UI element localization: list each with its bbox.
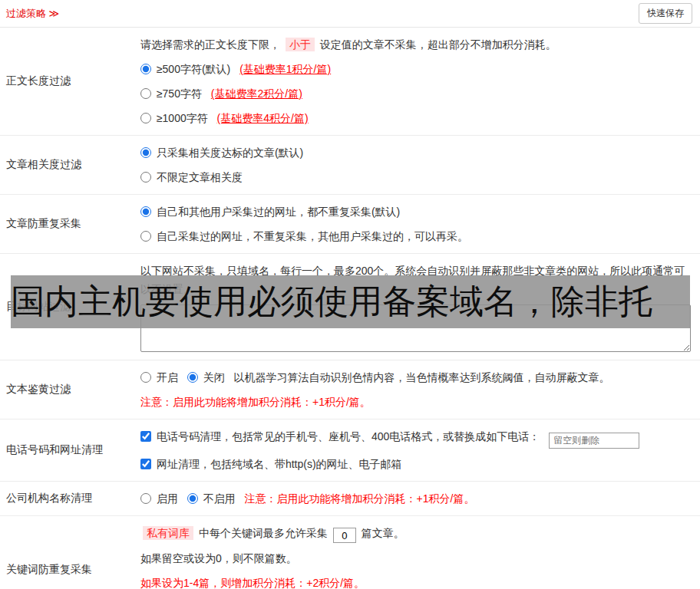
relevance-option-strict-radio[interactable] (140, 147, 151, 158)
porn-filter-option-off[interactable]: 关闭 (187, 371, 228, 383)
notice-overlay-banner: 国内主机要使用必须使用备案域名，除非托 (11, 275, 690, 328)
dedupe-option-self-label: 自己采集过的网址，不重复采集，其他用户采集过的，可以再采。 (157, 230, 468, 242)
length-option-1000-radio[interactable] (140, 113, 151, 123)
dedupe-option-all[interactable]: 自己和其他用户采集过的网址，都不重复采集(默认) (140, 206, 400, 218)
length-option-750[interactable]: ≥750字符 (140, 87, 205, 100)
length-option-750-note: (基础费率2积分/篇) (211, 87, 302, 100)
phone-clean-label: 电话号码清理，包括常见的手机号、座机号、400电话格式，或替换成如下电话： (157, 430, 540, 443)
length-option-750-label: ≥750字符 (157, 87, 202, 100)
url-clean-option[interactable]: 网址清理，包括纯域名、带http(s)的网址、电子邮箱 (140, 458, 402, 470)
length-option-500-label: ≥500字符(默认) (157, 63, 230, 75)
section-length-content: 请选择需求的正文长度下限， 小于 设定值的文章不采集，超出部分不增加积分消耗。 … (140, 28, 700, 135)
section-phone-url-clean: 电话号码和网址清理 电话号码清理，包括常见的手机号、座机号、400电话格式，或替… (0, 420, 700, 482)
length-option-1000-note: (基础费率4积分/篇) (217, 112, 309, 124)
company-clean-off-label: 不启用 (203, 492, 236, 505)
keyword-limit-line: 私有词库 中每个关键词最多允许采集 篇文章。 (140, 524, 691, 544)
length-intro-post: 设定值的文章不采集，超出部分不增加积分消耗。 (320, 38, 556, 51)
phone-clean-option[interactable]: 电话号码清理，包括常见的手机号、座机号、400电话格式，或替换成如下电话： (140, 430, 543, 443)
phone-clean-checkbox[interactable] (140, 431, 151, 442)
section-relevance-label: 文章相关度过滤 (0, 136, 140, 194)
quick-save-button[interactable]: 快速保存 (639, 3, 692, 24)
page-title[interactable]: 过滤策略 ≫ (6, 7, 59, 21)
section-dedupe-content: 自己和其他用户采集过的网址，都不重复采集(默认) 自己采集过的网址，不重复采集，… (140, 195, 700, 253)
section-porn-filter-label: 文本鉴黄过滤 (0, 360, 140, 419)
porn-filter-option-on[interactable]: 开启 (140, 371, 181, 383)
company-clean-option-off[interactable]: 不启用 (187, 492, 239, 505)
replacement-phone-input[interactable] (549, 433, 639, 449)
length-option-750-radio[interactable] (140, 88, 151, 99)
keyword-limit-input[interactable] (333, 528, 356, 543)
section-relevance-filter: 文章相关度过滤 只采集相关度达标的文章(默认) 不限定文章相关度 (0, 136, 700, 195)
private-thesaurus-highlight: 私有词库 (143, 526, 193, 540)
length-option-500[interactable]: ≥500字符(默认) (140, 63, 233, 75)
section-relevance-content: 只采集相关度达标的文章(默认) 不限定文章相关度 (140, 136, 700, 194)
porn-filter-on-radio[interactable] (140, 372, 151, 383)
porn-filter-off-radio[interactable] (187, 372, 198, 383)
section-keyword-dedupe: 关键词防重复采集 私有词库 中每个关键词最多允许采集 篇文章。 如果留空或设为0… (0, 516, 700, 589)
section-company-label: 公司机构名称清理 (0, 482, 140, 515)
dedupe-option-all-label: 自己和其他用户采集过的网址，都不重复采集(默认) (157, 206, 400, 218)
relevance-option-any-label: 不限定文章相关度 (157, 171, 243, 183)
section-target-site: 目标网站过滤 以下网站不采集，只填域名，每行一个，最多200个。系统会自动识别并… (0, 254, 700, 360)
filter-strategy-page: 过滤策略 ≫ 快速保存 正文长度过滤 请选择需求的正文长度下限， 小于 设定值的… (0, 0, 700, 589)
length-option-row-1000: ≥1000字符 (基础费率4积分/篇) (140, 109, 691, 127)
keyword-note-cost: 如果设为1-4篇，则增加积分消耗：+2积分/篇。 (140, 574, 691, 589)
url-clean-label: 网址清理，包括纯域名、带http(s)的网址、电子邮箱 (157, 458, 402, 470)
relevance-option-any-radio[interactable] (140, 172, 151, 183)
section-keyword-content: 私有词库 中每个关键词最多允许采集 篇文章。 如果留空或设为0，则不限篇数。 如… (140, 516, 700, 589)
section-phone-url-label: 电话号码和网址清理 (0, 420, 140, 481)
keyword-limit-mid: 中每个关键词最多允许采集 (199, 527, 328, 539)
length-option-500-note: (基础费率1积分/篇) (239, 63, 331, 75)
topbar: 过滤策略 ≫ 快速保存 (0, 0, 700, 28)
section-length-filter: 正文长度过滤 请选择需求的正文长度下限， 小于 设定值的文章不采集，超出部分不增… (0, 28, 700, 136)
section-porn-filter: 文本鉴黄过滤 开启 关闭 以机器学习算法自动识别色情内容，当色情概率达到系统阈值… (0, 360, 700, 420)
dedupe-option-self-radio[interactable] (140, 231, 151, 242)
dedupe-option-all-radio[interactable] (140, 206, 151, 217)
porn-filter-desc: 以机器学习算法自动识别色情内容，当色情概率达到系统阈值，自动屏蔽文章。 (234, 371, 610, 383)
section-company-content: 启用 不启用 注意：启用此功能将增加积分消耗：+1积分/篇。 (140, 482, 700, 515)
length-option-row-500: ≥500字符(默认) (基础费率1积分/篇) (140, 60, 691, 78)
section-keyword-label: 关键词防重复采集 (0, 516, 140, 589)
section-dedupe: 文章防重复采集 自己和其他用户采集过的网址，都不重复采集(默认) 自己采集过的网… (0, 195, 700, 254)
length-option-1000-label: ≥1000字符 (157, 112, 208, 124)
porn-filter-on-label: 开启 (157, 371, 178, 383)
length-option-500-radio[interactable] (140, 64, 151, 74)
keyword-note-zero: 如果留空或设为0，则不限篇数。 (140, 549, 691, 568)
company-clean-off-radio[interactable] (187, 493, 198, 504)
company-clean-on-radio[interactable] (140, 493, 151, 504)
url-clean-checkbox[interactable] (140, 459, 151, 469)
relevance-option-any[interactable]: 不限定文章相关度 (140, 171, 243, 183)
relevance-option-strict[interactable]: 只采集相关度达标的文章(默认) (140, 146, 303, 159)
length-option-1000[interactable]: ≥1000字符 (140, 112, 211, 124)
section-dedupe-label: 文章防重复采集 (0, 195, 140, 253)
company-clean-warning: 注意：启用此功能将增加积分消耗：+1积分/篇。 (245, 492, 475, 505)
company-clean-on-label: 启用 (157, 492, 178, 505)
company-clean-option-on[interactable]: 启用 (140, 492, 181, 505)
section-length-label: 正文长度过滤 (0, 28, 140, 135)
keyword-limit-post: 篇文章。 (362, 527, 404, 539)
length-intro: 请选择需求的正文长度下限， 小于 设定值的文章不采集，超出部分不增加积分消耗。 (140, 35, 691, 54)
relevance-option-strict-label: 只采集相关度达标的文章(默认) (157, 146, 303, 159)
dedupe-option-self[interactable]: 自己采集过的网址，不重复采集，其他用户采集过的，可以再采。 (140, 230, 468, 242)
length-option-row-750: ≥750字符 (基础费率2积分/篇) (140, 84, 691, 103)
length-intro-pre: 请选择需求的正文长度下限， (140, 38, 280, 51)
section-porn-filter-content: 开启 关闭 以机器学习算法自动识别色情内容，当色情概率达到系统阈值，自动屏蔽文章… (140, 360, 700, 419)
porn-filter-off-label: 关闭 (203, 371, 225, 383)
section-company-clean: 公司机构名称清理 启用 不启用 注意：启用此功能将增加积分消耗：+1积分/篇。 (0, 482, 700, 516)
porn-filter-warning: 注意：启用此功能将增加积分消耗：+1积分/篇。 (140, 393, 691, 411)
length-intro-highlight: 小于 (286, 38, 315, 51)
section-phone-url-content: 电话号码清理，包括常见的手机号、座机号、400电话格式，或替换成如下电话： 网址… (140, 420, 700, 481)
